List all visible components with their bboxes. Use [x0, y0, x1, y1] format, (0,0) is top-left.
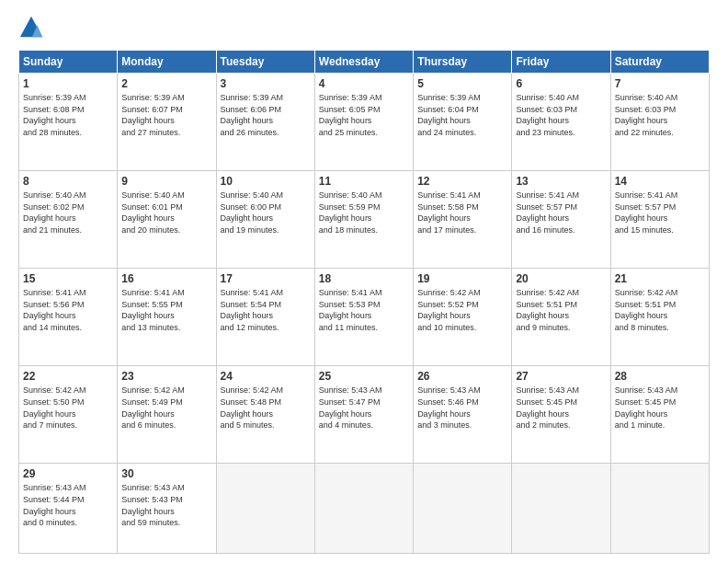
day-info: Sunrise: 5:41 AMSunset: 5:57 PMDaylight …	[615, 190, 678, 235]
day-number: 11	[319, 175, 409, 188]
day-info: Sunrise: 5:41 AMSunset: 5:53 PMDaylight …	[319, 288, 382, 332]
day-info: Sunrise: 5:42 AMSunset: 5:49 PMDaylight …	[121, 385, 185, 430]
day-number: 20	[516, 272, 606, 285]
calendar-cell: 14Sunrise: 5:41 AMSunset: 5:57 PMDayligh…	[610, 171, 709, 269]
day-number: 13	[516, 175, 606, 188]
day-number: 19	[417, 272, 507, 285]
calendar-cell	[216, 464, 314, 554]
calendar-cell: 9Sunrise: 5:40 AMSunset: 6:01 PMDaylight…	[118, 171, 216, 269]
calendar-cell: 3Sunrise: 5:39 AMSunset: 6:06 PMDaylight…	[216, 74, 314, 171]
day-number: 17	[221, 272, 311, 285]
logo	[18, 15, 48, 40]
day-info: Sunrise: 5:42 AMSunset: 5:50 PMDaylight …	[23, 385, 86, 430]
day-info: Sunrise: 5:40 AMSunset: 6:03 PMDaylight …	[516, 93, 579, 137]
day-info: Sunrise: 5:39 AMSunset: 6:06 PMDaylight …	[221, 93, 284, 137]
day-number: 12	[417, 175, 507, 188]
day-info: Sunrise: 5:40 AMSunset: 6:01 PMDaylight …	[121, 190, 185, 235]
calendar-cell: 30Sunrise: 5:43 AMSunset: 5:43 PMDayligh…	[118, 464, 216, 554]
day-info: Sunrise: 5:43 AMSunset: 5:43 PMDaylight …	[121, 483, 185, 527]
calendar-cell: 28Sunrise: 5:43 AMSunset: 5:45 PMDayligh…	[610, 366, 709, 464]
calendar-week-row: 29Sunrise: 5:43 AMSunset: 5:44 PMDayligh…	[19, 464, 710, 554]
day-number: 2	[121, 77, 211, 90]
calendar-cell: 26Sunrise: 5:43 AMSunset: 5:46 PMDayligh…	[414, 366, 512, 464]
day-info: Sunrise: 5:40 AMSunset: 5:59 PMDaylight …	[319, 190, 382, 235]
calendar-cell: 27Sunrise: 5:43 AMSunset: 5:45 PMDayligh…	[512, 366, 610, 464]
day-number: 24	[221, 370, 311, 383]
day-info: Sunrise: 5:39 AMSunset: 6:05 PMDaylight …	[319, 93, 382, 137]
weekday-header: Friday	[512, 51, 610, 74]
day-info: Sunrise: 5:43 AMSunset: 5:45 PMDaylight …	[615, 385, 678, 430]
calendar-cell: 18Sunrise: 5:41 AMSunset: 5:53 PMDayligh…	[314, 269, 413, 366]
calendar-cell: 13Sunrise: 5:41 AMSunset: 5:57 PMDayligh…	[512, 171, 610, 269]
calendar-cell: 17Sunrise: 5:41 AMSunset: 5:54 PMDayligh…	[216, 269, 314, 366]
calendar-cell: 10Sunrise: 5:40 AMSunset: 6:00 PMDayligh…	[216, 171, 314, 269]
day-number: 3	[221, 77, 311, 90]
day-number: 6	[516, 77, 606, 90]
day-info: Sunrise: 5:43 AMSunset: 5:46 PMDaylight …	[417, 385, 481, 430]
day-number: 25	[319, 370, 409, 383]
page: SundayMondayTuesdayWednesdayThursdayFrid…	[0, 0, 728, 563]
weekday-header: Saturday	[610, 51, 709, 74]
day-number: 23	[121, 370, 211, 383]
day-info: Sunrise: 5:41 AMSunset: 5:54 PMDaylight …	[221, 288, 284, 332]
weekday-header: Tuesday	[216, 51, 314, 74]
day-number: 30	[121, 467, 211, 480]
day-number: 18	[319, 272, 409, 285]
day-info: Sunrise: 5:43 AMSunset: 5:44 PMDaylight …	[23, 483, 86, 527]
day-number: 16	[121, 272, 211, 285]
day-info: Sunrise: 5:39 AMSunset: 6:08 PMDaylight …	[23, 93, 86, 137]
day-number: 28	[615, 370, 705, 383]
day-number: 4	[319, 77, 409, 90]
day-info: Sunrise: 5:41 AMSunset: 5:56 PMDaylight …	[23, 288, 86, 332]
day-number: 1	[23, 77, 113, 90]
calendar-cell: 16Sunrise: 5:41 AMSunset: 5:55 PMDayligh…	[118, 269, 216, 366]
calendar-week-row: 1Sunrise: 5:39 AMSunset: 6:08 PMDaylight…	[19, 74, 710, 171]
day-number: 5	[417, 77, 507, 90]
day-number: 26	[417, 370, 507, 383]
day-info: Sunrise: 5:41 AMSunset: 5:57 PMDaylight …	[516, 190, 579, 235]
calendar-cell: 19Sunrise: 5:42 AMSunset: 5:52 PMDayligh…	[414, 269, 512, 366]
calendar-cell: 22Sunrise: 5:42 AMSunset: 5:50 PMDayligh…	[19, 366, 118, 464]
day-info: Sunrise: 5:42 AMSunset: 5:48 PMDaylight …	[221, 385, 284, 430]
day-info: Sunrise: 5:40 AMSunset: 6:02 PMDaylight …	[23, 190, 86, 235]
day-info: Sunrise: 5:40 AMSunset: 6:00 PMDaylight …	[221, 190, 284, 235]
day-number: 29	[23, 467, 113, 480]
day-info: Sunrise: 5:42 AMSunset: 5:51 PMDaylight …	[615, 288, 678, 332]
logo-icon	[18, 15, 44, 40]
day-info: Sunrise: 5:40 AMSunset: 6:03 PMDaylight …	[615, 93, 678, 137]
day-number: 8	[23, 175, 113, 188]
day-number: 27	[516, 370, 606, 383]
calendar-table: SundayMondayTuesdayWednesdayThursdayFrid…	[18, 50, 710, 554]
calendar-cell: 12Sunrise: 5:41 AMSunset: 5:58 PMDayligh…	[414, 171, 512, 269]
weekday-header: Thursday	[414, 51, 512, 74]
day-info: Sunrise: 5:42 AMSunset: 5:51 PMDaylight …	[516, 288, 579, 332]
weekday-header: Wednesday	[314, 51, 413, 74]
day-number: 10	[221, 175, 311, 188]
calendar-cell: 25Sunrise: 5:43 AMSunset: 5:47 PMDayligh…	[314, 366, 413, 464]
day-info: Sunrise: 5:41 AMSunset: 5:55 PMDaylight …	[121, 288, 185, 332]
header	[18, 15, 710, 40]
calendar-cell	[512, 464, 610, 554]
calendar-cell: 21Sunrise: 5:42 AMSunset: 5:51 PMDayligh…	[610, 269, 709, 366]
day-info: Sunrise: 5:39 AMSunset: 6:07 PMDaylight …	[121, 93, 185, 137]
day-number: 14	[615, 175, 705, 188]
calendar-cell: 24Sunrise: 5:42 AMSunset: 5:48 PMDayligh…	[216, 366, 314, 464]
calendar-cell: 2Sunrise: 5:39 AMSunset: 6:07 PMDaylight…	[118, 74, 216, 171]
calendar-cell: 7Sunrise: 5:40 AMSunset: 6:03 PMDaylight…	[610, 74, 709, 171]
calendar-cell: 1Sunrise: 5:39 AMSunset: 6:08 PMDaylight…	[19, 74, 118, 171]
day-info: Sunrise: 5:39 AMSunset: 6:04 PMDaylight …	[417, 93, 481, 137]
calendar-cell: 29Sunrise: 5:43 AMSunset: 5:44 PMDayligh…	[19, 464, 118, 554]
calendar-cell: 23Sunrise: 5:42 AMSunset: 5:49 PMDayligh…	[118, 366, 216, 464]
day-info: Sunrise: 5:42 AMSunset: 5:52 PMDaylight …	[417, 288, 481, 332]
calendar-week-row: 22Sunrise: 5:42 AMSunset: 5:50 PMDayligh…	[19, 366, 710, 464]
calendar-week-row: 8Sunrise: 5:40 AMSunset: 6:02 PMDaylight…	[19, 171, 710, 269]
calendar-header-row: SundayMondayTuesdayWednesdayThursdayFrid…	[19, 51, 710, 74]
calendar-cell: 4Sunrise: 5:39 AMSunset: 6:05 PMDaylight…	[314, 74, 413, 171]
day-info: Sunrise: 5:41 AMSunset: 5:58 PMDaylight …	[417, 190, 481, 235]
day-number: 7	[615, 77, 705, 90]
day-number: 9	[121, 175, 211, 188]
calendar-cell: 8Sunrise: 5:40 AMSunset: 6:02 PMDaylight…	[19, 171, 118, 269]
day-info: Sunrise: 5:43 AMSunset: 5:45 PMDaylight …	[516, 385, 579, 430]
day-number: 15	[23, 272, 113, 285]
calendar-cell: 15Sunrise: 5:41 AMSunset: 5:56 PMDayligh…	[19, 269, 118, 366]
